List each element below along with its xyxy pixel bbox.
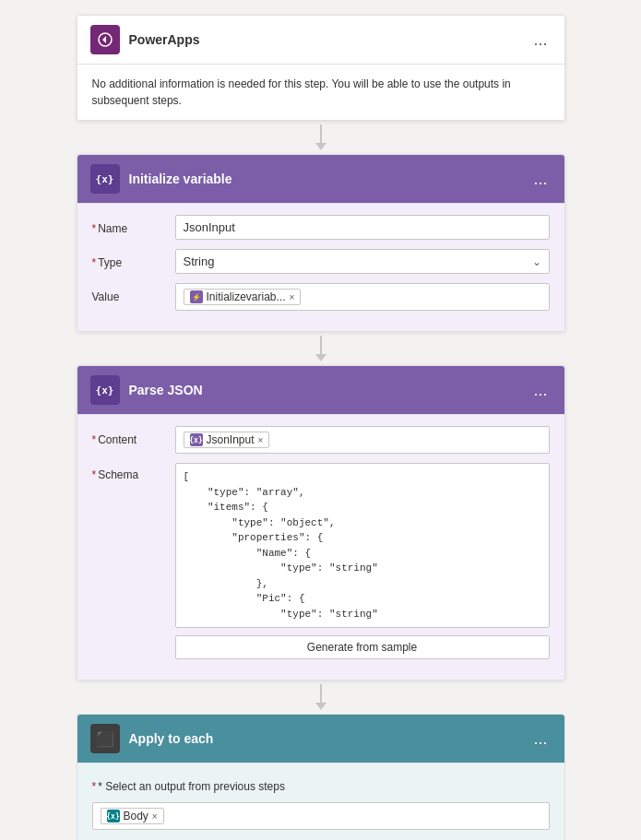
content-label: *Content [92,426,175,446]
select-output-input[interactable]: {x} Body × [92,802,550,830]
apply-icon: ⬛ [90,724,120,753]
parse-json-body: *Content {x} JsonInput × *Schema [ "type… [77,415,564,680]
select-output-label: ** Select an output from previous steps [92,775,285,793]
variable-icon: {x} [90,164,120,194]
initialize-variable-card: {x} Initialize variable ... *Name *Type … [77,154,565,332]
value-label: Value [92,283,175,303]
content-tag-icon: {x} [190,433,203,446]
content-tag-close[interactable]: × [258,435,264,445]
connector-2 [315,332,326,365]
content-tag-text: JsonInput [207,433,255,446]
content-field-row: *Content {x} JsonInput × [92,426,550,454]
powerapps-menu-button[interactable]: ... [529,30,551,50]
powerapps-card: PowerApps ... No additional information … [77,15,565,121]
chevron-down-icon: ⌄ [532,255,541,268]
parse-json-card: {x} Parse JSON ... *Content {x} JsonInpu… [77,365,565,680]
apply-to-each-header: ⬛ Apply to each ... [77,715,564,763]
initialize-variable-title: Initialize variable [129,172,232,186]
value-tag: ⚡ Initializevariab... × [184,289,302,305]
value-input[interactable]: ⚡ Initializevariab... × [175,283,550,311]
name-input[interactable] [175,215,550,240]
value-field-row: Value ⚡ Initializevariab... × [92,283,550,311]
content-input[interactable]: {x} JsonInput × [175,426,550,454]
parse-json-title: Parse JSON [129,383,203,397]
initialize-variable-body: *Name *Type String ⌄ Value ⚡ Initializev… [77,204,564,331]
powerapps-body: No additional information is needed for … [77,65,564,120]
body-tag: {x} Body × [101,808,164,824]
powerapps-info: No additional information is needed for … [92,76,550,109]
value-tag-text: Initializevariab... [207,290,286,303]
initialize-variable-menu-button[interactable]: ... [529,169,551,189]
initialize-variable-header: {x} Initialize variable ... [77,155,564,204]
name-label: *Name [92,215,175,235]
schema-label: *Schema [92,463,175,481]
body-tag-icon: {x} [107,810,120,822]
generate-from-sample-button[interactable]: Generate from sample [175,635,550,659]
parse-json-header: {x} Parse JSON ... [77,366,564,415]
value-tag-close[interactable]: × [290,292,295,302]
type-dropdown[interactable]: String ⌄ [175,249,550,274]
name-field-row: *Name [92,215,550,240]
powerapps-icon [90,25,120,54]
apply-to-each-menu-button[interactable]: ... [529,728,551,749]
type-value: String [184,254,215,268]
select-output-row: ** Select an output from previous steps [92,775,550,793]
schema-field-row: *Schema [ "type": "array", "items": { "t… [92,463,550,659]
powerapps-header: PowerApps ... [77,16,564,65]
tag-icon-variable: ⚡ [190,290,203,303]
parse-json-menu-button[interactable]: ... [529,380,551,400]
apply-to-each-body: ** Select an output from previous steps … [77,763,564,840]
type-field-row: *Type String ⌄ [92,249,550,274]
parsejson-icon: {x} [90,375,120,405]
apply-to-each-title: Apply to each [129,731,214,746]
schema-textarea[interactable]: [ "type": "array", "items": { "type": "o… [175,463,550,628]
body-tag-close[interactable]: × [152,811,158,822]
type-label: *Type [92,249,175,269]
body-tag-text: Body [124,810,148,822]
connector-1 [315,121,326,154]
powerapps-title: PowerApps [129,32,200,47]
apply-to-each-card: ⬛ Apply to each ... ** Select an output … [77,714,565,840]
content-tag: {x} JsonInput × [184,432,270,448]
connector-3 [315,680,326,714]
